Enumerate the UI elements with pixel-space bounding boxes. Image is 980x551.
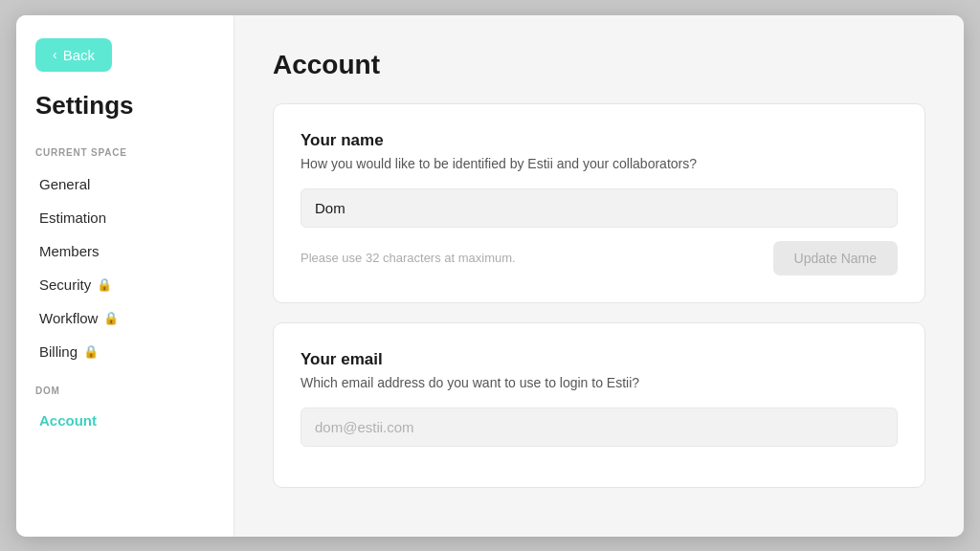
back-label: Back [63,47,95,63]
your-email-card: Your email Which email address do you wa… [273,322,925,488]
sidebar-item-estimation[interactable]: Estimation [35,201,214,234]
sidebar-item-general[interactable]: General [35,167,214,201]
lock-icon-security: 🔒 [97,277,112,292]
your-email-card-title: Your email [301,350,898,369]
your-name-card: Your name How you would like to be ident… [273,103,925,303]
sidebar-item-label-workflow: Workflow [39,310,98,326]
sidebar-item-label-billing: Billing [39,343,78,360]
name-card-actions: Please use 32 characters at maximum. Upd… [301,241,898,276]
your-name-card-title: Your name [301,131,898,150]
sidebar-nav: General Estimation Members Security 🔒 Wo… [35,167,214,368]
name-input[interactable] [301,188,898,228]
dom-nav: Account [35,404,214,437]
sidebar-item-label-estimation: Estimation [39,209,106,226]
dom-section-label: DOM [35,386,214,396]
sidebar-item-members[interactable]: Members [35,234,214,268]
sidebar-item-label-members: Members [39,243,100,259]
current-space-label: CURRENT SPACE [35,147,214,158]
name-hint: Please use 32 characters at maximum. [301,251,516,265]
sidebar-item-billing[interactable]: Billing 🔒 [35,335,214,368]
sidebar-item-label-general: General [39,176,90,192]
sidebar-item-account[interactable]: Account [35,404,214,437]
settings-title: Settings [35,91,214,121]
your-name-card-description: How you would like to be identified by E… [301,156,898,171]
update-name-button[interactable]: Update Name [773,241,898,276]
app-window: ‹ Back Settings CURRENT SPACE General Es… [16,15,964,537]
sidebar: ‹ Back Settings CURRENT SPACE General Es… [16,15,234,537]
main-content: Account Your name How you would like to … [234,15,964,537]
back-button[interactable]: ‹ Back [35,38,112,72]
sidebar-item-label-account: Account [39,412,97,429]
sidebar-item-workflow[interactable]: Workflow 🔒 [35,301,214,335]
email-input[interactable] [301,408,898,447]
page-title: Account [273,50,925,80]
back-arrow-icon: ‹ [53,47,57,62]
your-email-card-description: Which email address do you want to use t… [301,375,898,390]
sidebar-item-security[interactable]: Security 🔒 [35,268,214,301]
sidebar-item-label-security: Security [39,276,91,293]
lock-icon-workflow: 🔒 [103,311,119,325]
lock-icon-billing: 🔒 [83,344,99,359]
